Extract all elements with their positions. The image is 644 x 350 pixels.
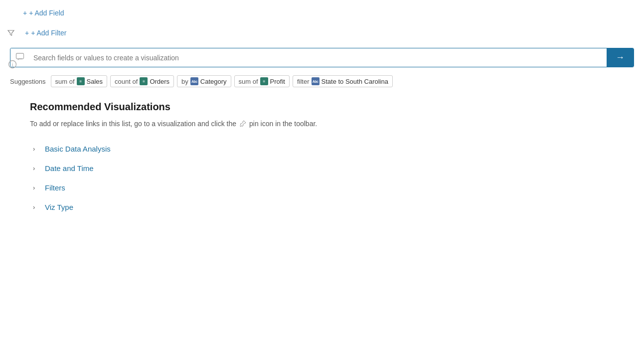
chip-filter-state[interactable]: filter Abc State to South Carolina — [293, 75, 393, 87]
chevron-icon-filters: › — [33, 184, 40, 191]
chip-name-state: State to South Carolina — [322, 78, 388, 85]
suggestions-label: Suggestions — [10, 78, 46, 85]
chip-sum-profit[interactable]: sum of ≡ Profit — [234, 75, 290, 87]
viz-item-viz-type[interactable]: › Viz Type — [30, 198, 624, 216]
arrow-right-icon: → — [616, 52, 625, 63]
chip-prefix-sum-profit: sum of — [239, 78, 258, 85]
chip-prefix-by-category: by — [181, 78, 188, 85]
viz-item-basic-data-analysis[interactable]: › Basic Data Analysis — [30, 140, 624, 158]
desc-before: To add or replace links in this list, go… — [30, 120, 236, 128]
pin-icon — [239, 120, 247, 128]
viz-item-filters[interactable]: › Filters — [30, 178, 624, 197]
viz-item-label-viz-type: Viz Type — [45, 203, 73, 211]
add-field-label: + Add Field — [29, 9, 64, 17]
chevron-icon-date: › — [33, 165, 40, 172]
plus-filter-icon: + — [25, 29, 29, 37]
viz-list: › Basic Data Analysis › Date and Time › … — [30, 140, 624, 216]
chip-icon-profit: ≡ — [260, 77, 268, 85]
sidebar-icons: i — [8, 60, 17, 71]
recommended-title: Recommended Visualizations — [30, 101, 624, 113]
filter-icon — [7, 29, 18, 37]
chip-name-category: Category — [200, 78, 227, 85]
chip-icon-category: Abc — [190, 77, 198, 85]
info-icon[interactable]: i — [8, 60, 17, 71]
chip-sum-sales[interactable]: sum of ≡ Sales — [51, 75, 108, 87]
search-section: → — [0, 44, 644, 73]
chip-name-sales: Sales — [87, 78, 103, 85]
search-bar: → — [10, 48, 634, 67]
viz-item-label-filters: Filters — [45, 183, 65, 192]
chip-icon-state: Abc — [312, 77, 320, 85]
viz-item-label-date: Date and Time — [45, 164, 94, 173]
chip-name-profit: Profit — [270, 78, 285, 85]
add-filter-button[interactable]: + + Add Filter — [22, 27, 69, 39]
plus-icon: + — [23, 9, 27, 17]
svg-text:i: i — [11, 61, 13, 67]
chip-prefix-sum-sales: sum of — [55, 78, 75, 85]
chip-icon-sales: ≡ — [77, 77, 85, 85]
chip-icon-orders: ≡ — [140, 77, 148, 85]
chevron-icon-basic: › — [33, 145, 40, 153]
search-submit-button[interactable]: → — [607, 48, 634, 67]
svg-rect-0 — [16, 53, 24, 59]
suggestions-row: Suggestions sum of ≡ Sales count of ≡ Or… — [0, 73, 644, 92]
chip-name-orders: Orders — [150, 78, 169, 85]
recommended-description: To add or replace links in this list, go… — [30, 120, 624, 128]
add-filter-label: + Add Filter — [31, 29, 66, 37]
chevron-icon-viz-type: › — [33, 203, 40, 211]
chip-by-category[interactable]: by Abc Category — [177, 75, 231, 87]
viz-item-label-basic: Basic Data Analysis — [45, 145, 111, 153]
add-field-button[interactable]: + + Add Field — [20, 7, 67, 19]
chip-prefix-count-orders: count of — [115, 78, 138, 85]
chip-prefix-filter-state: filter — [297, 78, 310, 85]
search-input[interactable] — [29, 48, 607, 67]
main-content: Recommended Visualizations To add or rep… — [0, 92, 644, 226]
filter-bar: + + Add Filter — [0, 24, 644, 44]
desc-after: pin icon in the toolbar. — [249, 120, 317, 128]
add-field-bar: + + Add Field — [0, 0, 644, 24]
viz-item-date-and-time[interactable]: › Date and Time — [30, 159, 624, 177]
chip-count-orders[interactable]: count of ≡ Orders — [110, 75, 174, 87]
